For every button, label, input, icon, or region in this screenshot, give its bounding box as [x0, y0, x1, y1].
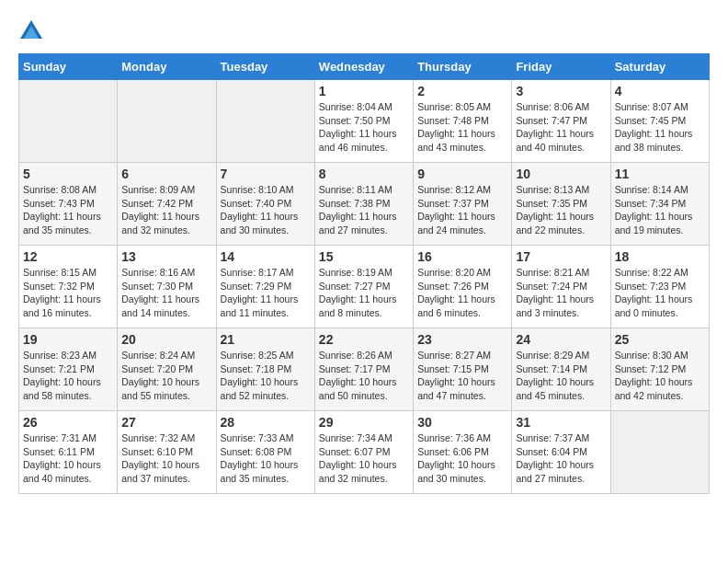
day-info: Sunrise: 8:14 AM Sunset: 7:34 PM Dayligh…: [615, 183, 705, 237]
day-number: 15: [319, 249, 409, 264]
calendar-cell: [216, 80, 314, 163]
day-number: 26: [23, 415, 113, 430]
calendar-cell: 24Sunrise: 8:29 AM Sunset: 7:14 PM Dayli…: [512, 328, 610, 411]
day-info: Sunrise: 8:22 AM Sunset: 7:23 PM Dayligh…: [615, 266, 705, 320]
day-number: 11: [615, 167, 705, 181]
day-number: 12: [23, 249, 113, 264]
day-number: 9: [417, 167, 507, 181]
calendar-cell: 5Sunrise: 8:08 AM Sunset: 7:43 PM Daylig…: [19, 163, 118, 246]
day-info: Sunrise: 7:37 AM Sunset: 6:04 PM Dayligh…: [516, 431, 606, 486]
day-info: Sunrise: 7:34 AM Sunset: 6:07 PM Dayligh…: [319, 431, 409, 486]
calendar-cell: 29Sunrise: 7:34 AM Sunset: 6:07 PM Dayli…: [314, 411, 413, 494]
page-header: [18, 18, 710, 44]
day-number: 5: [23, 167, 113, 181]
day-number: 1: [319, 84, 409, 98]
day-info: Sunrise: 8:05 AM Sunset: 7:48 PM Dayligh…: [417, 100, 507, 155]
logo-icon: [18, 18, 44, 44]
day-info: Sunrise: 8:04 AM Sunset: 7:50 PM Dayligh…: [319, 100, 409, 155]
day-info: Sunrise: 8:08 AM Sunset: 7:43 PM Dayligh…: [23, 183, 113, 237]
calendar-cell: 12Sunrise: 8:15 AM Sunset: 7:32 PM Dayli…: [19, 246, 118, 328]
calendar-cell: 26Sunrise: 7:31 AM Sunset: 6:11 PM Dayli…: [19, 411, 118, 494]
calendar-cell: 21Sunrise: 8:25 AM Sunset: 7:18 PM Dayli…: [216, 328, 314, 411]
calendar-cell: 19Sunrise: 8:23 AM Sunset: 7:21 PM Dayli…: [19, 328, 118, 411]
calendar-cell: 8Sunrise: 8:11 AM Sunset: 7:38 PM Daylig…: [314, 163, 413, 246]
day-number: 23: [417, 332, 507, 347]
logo: [18, 18, 48, 44]
calendar-cell: 6Sunrise: 8:09 AM Sunset: 7:42 PM Daylig…: [118, 163, 216, 246]
calendar-cell: 11Sunrise: 8:14 AM Sunset: 7:34 PM Dayli…: [610, 163, 709, 246]
calendar-cell: 15Sunrise: 8:19 AM Sunset: 7:27 PM Dayli…: [314, 246, 413, 328]
day-info: Sunrise: 7:36 AM Sunset: 6:06 PM Dayligh…: [417, 431, 507, 486]
weekday-header-saturday: Saturday: [610, 54, 709, 80]
day-info: Sunrise: 8:10 AM Sunset: 7:40 PM Dayligh…: [221, 183, 311, 237]
calendar-cell: [19, 80, 118, 163]
calendar-cell: 31Sunrise: 7:37 AM Sunset: 6:04 PM Dayli…: [512, 411, 610, 494]
calendar-week-2: 5Sunrise: 8:08 AM Sunset: 7:43 PM Daylig…: [19, 163, 710, 246]
day-number: 7: [221, 167, 311, 181]
day-number: 22: [319, 332, 409, 347]
weekday-header-monday: Monday: [118, 54, 216, 80]
day-info: Sunrise: 8:11 AM Sunset: 7:38 PM Dayligh…: [319, 183, 409, 237]
day-info: Sunrise: 8:26 AM Sunset: 7:17 PM Dayligh…: [319, 349, 409, 403]
calendar-cell: 23Sunrise: 8:27 AM Sunset: 7:15 PM Dayli…: [414, 328, 512, 411]
day-info: Sunrise: 7:32 AM Sunset: 6:10 PM Dayligh…: [121, 431, 211, 486]
weekday-header-wednesday: Wednesday: [314, 54, 413, 80]
day-number: 18: [615, 249, 705, 264]
day-number: 4: [615, 84, 705, 98]
calendar-cell: 30Sunrise: 7:36 AM Sunset: 6:06 PM Dayli…: [414, 411, 512, 494]
calendar-cell: 10Sunrise: 8:13 AM Sunset: 7:35 PM Dayli…: [512, 163, 610, 246]
day-info: Sunrise: 8:07 AM Sunset: 7:45 PM Dayligh…: [615, 100, 705, 155]
day-number: 25: [615, 332, 705, 347]
day-number: 8: [319, 167, 409, 181]
day-number: 30: [417, 415, 507, 430]
day-number: 16: [417, 249, 507, 264]
day-info: Sunrise: 8:17 AM Sunset: 7:29 PM Dayligh…: [221, 266, 311, 320]
day-number: 3: [516, 84, 606, 98]
day-info: Sunrise: 8:20 AM Sunset: 7:26 PM Dayligh…: [417, 266, 507, 320]
day-info: Sunrise: 8:21 AM Sunset: 7:24 PM Dayligh…: [516, 266, 606, 320]
day-number: 19: [23, 332, 113, 347]
day-info: Sunrise: 8:12 AM Sunset: 7:37 PM Dayligh…: [417, 183, 507, 237]
day-number: 28: [221, 415, 311, 430]
weekday-header-thursday: Thursday: [414, 54, 512, 80]
calendar-cell: [610, 411, 709, 494]
weekday-header-sunday: Sunday: [19, 54, 118, 80]
day-number: 6: [121, 167, 211, 181]
day-number: 17: [516, 249, 606, 264]
day-info: Sunrise: 8:25 AM Sunset: 7:18 PM Dayligh…: [221, 349, 311, 403]
calendar-week-3: 12Sunrise: 8:15 AM Sunset: 7:32 PM Dayli…: [19, 246, 710, 328]
calendar-table: SundayMondayTuesdayWednesdayThursdayFrid…: [18, 53, 710, 494]
day-info: Sunrise: 8:23 AM Sunset: 7:21 PM Dayligh…: [23, 349, 113, 403]
calendar-cell: 13Sunrise: 8:16 AM Sunset: 7:30 PM Dayli…: [118, 246, 216, 328]
calendar-cell: 14Sunrise: 8:17 AM Sunset: 7:29 PM Dayli…: [216, 246, 314, 328]
calendar-cell: 20Sunrise: 8:24 AM Sunset: 7:20 PM Dayli…: [118, 328, 216, 411]
day-info: Sunrise: 8:13 AM Sunset: 7:35 PM Dayligh…: [516, 183, 606, 237]
calendar-cell: 16Sunrise: 8:20 AM Sunset: 7:26 PM Dayli…: [414, 246, 512, 328]
day-info: Sunrise: 8:06 AM Sunset: 7:47 PM Dayligh…: [516, 100, 606, 155]
calendar-cell: 28Sunrise: 7:33 AM Sunset: 6:08 PM Dayli…: [216, 411, 314, 494]
calendar-cell: 3Sunrise: 8:06 AM Sunset: 7:47 PM Daylig…: [512, 80, 610, 163]
calendar-cell: [118, 80, 216, 163]
weekday-header-row: SundayMondayTuesdayWednesdayThursdayFrid…: [19, 54, 710, 80]
day-info: Sunrise: 8:15 AM Sunset: 7:32 PM Dayligh…: [23, 266, 113, 320]
day-info: Sunrise: 8:19 AM Sunset: 7:27 PM Dayligh…: [319, 266, 409, 320]
day-info: Sunrise: 8:09 AM Sunset: 7:42 PM Dayligh…: [121, 183, 211, 237]
calendar-cell: 25Sunrise: 8:30 AM Sunset: 7:12 PM Dayli…: [610, 328, 709, 411]
calendar-week-5: 26Sunrise: 7:31 AM Sunset: 6:11 PM Dayli…: [19, 411, 710, 494]
day-number: 24: [516, 332, 606, 347]
day-number: 14: [221, 249, 311, 264]
day-number: 10: [516, 167, 606, 181]
day-number: 13: [121, 249, 211, 264]
day-number: 21: [221, 332, 311, 347]
calendar-week-4: 19Sunrise: 8:23 AM Sunset: 7:21 PM Dayli…: [19, 328, 710, 411]
weekday-header-tuesday: Tuesday: [216, 54, 314, 80]
day-number: 27: [121, 415, 211, 430]
calendar-week-1: 1Sunrise: 8:04 AM Sunset: 7:50 PM Daylig…: [19, 80, 710, 163]
calendar-cell: 18Sunrise: 8:22 AM Sunset: 7:23 PM Dayli…: [610, 246, 709, 328]
calendar-cell: 22Sunrise: 8:26 AM Sunset: 7:17 PM Dayli…: [314, 328, 413, 411]
day-info: Sunrise: 8:24 AM Sunset: 7:20 PM Dayligh…: [121, 349, 211, 403]
calendar-cell: 27Sunrise: 7:32 AM Sunset: 6:10 PM Dayli…: [118, 411, 216, 494]
calendar-cell: 4Sunrise: 8:07 AM Sunset: 7:45 PM Daylig…: [610, 80, 709, 163]
day-number: 31: [516, 415, 606, 430]
calendar-cell: 17Sunrise: 8:21 AM Sunset: 7:24 PM Dayli…: [512, 246, 610, 328]
